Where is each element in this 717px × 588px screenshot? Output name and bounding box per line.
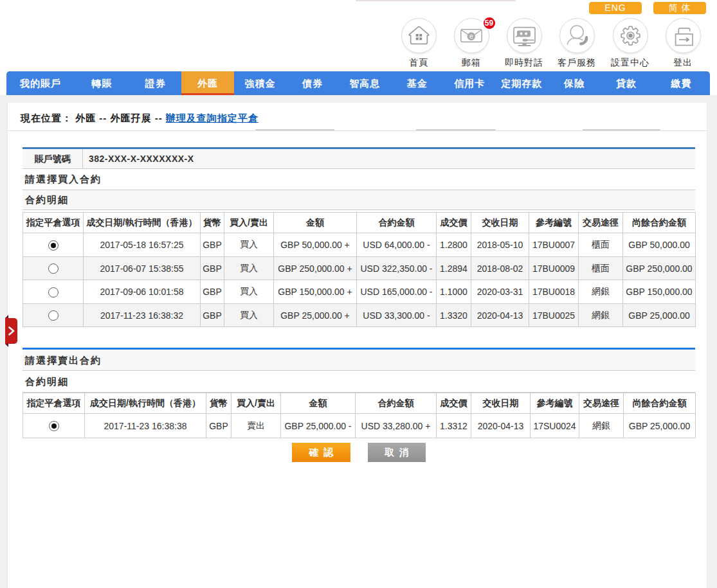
svg-text:e: e [469, 32, 473, 40]
